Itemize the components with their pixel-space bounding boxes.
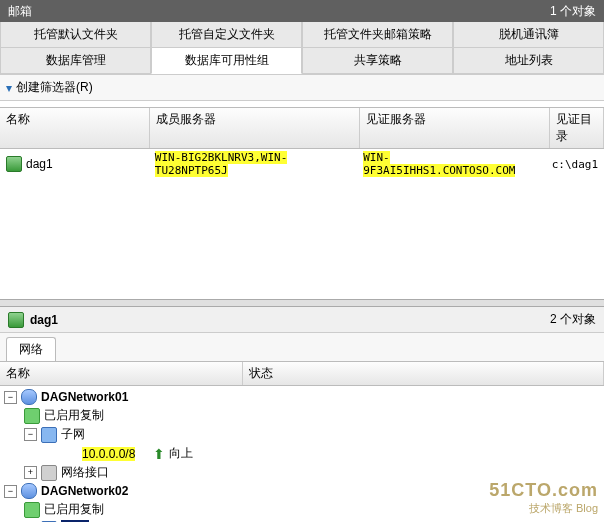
node-label: 子网 bbox=[61, 426, 85, 443]
list-header: 名称 成员服务器 见证服务器 见证目录 bbox=[0, 107, 604, 149]
ribbon: 托管默认文件夹 托管自定义文件夹 托管文件夹邮箱策略 脱机通讯簿 数据库管理 数… bbox=[0, 22, 604, 75]
tree-col-name[interactable]: 名称 bbox=[0, 362, 243, 385]
tree-node-replication-enabled[interactable]: 已启用复制 bbox=[4, 406, 600, 425]
object-count-detail: 2 个对象 bbox=[550, 311, 596, 328]
tree-node-interfaces[interactable]: + 网络接口 bbox=[4, 463, 600, 482]
filter-bar: ▾ 创建筛选器(R) bbox=[0, 75, 604, 101]
dag-name-cell: dag1 bbox=[26, 157, 53, 171]
tree-node-dagnetwork01[interactable]: − DAGNetwork01 bbox=[4, 388, 600, 406]
ribbon-sharing-policies[interactable]: 共享策略 bbox=[302, 48, 453, 74]
enabled-icon bbox=[24, 502, 40, 518]
create-filter-link[interactable]: 创建筛选器(R) bbox=[16, 79, 93, 96]
tree-col-status[interactable]: 状态 bbox=[243, 362, 604, 385]
node-label: 网络接口 bbox=[61, 464, 109, 481]
ribbon-address-lists[interactable]: 地址列表 bbox=[453, 48, 604, 74]
title-text: 邮箱 bbox=[8, 0, 32, 22]
arrow-up-icon: ⬆ bbox=[153, 448, 165, 460]
collapse-icon[interactable]: − bbox=[4, 485, 17, 498]
tab-strip: 网络 bbox=[0, 333, 604, 362]
enabled-icon bbox=[24, 408, 40, 424]
interface-icon bbox=[41, 465, 57, 481]
network-tree[interactable]: − DAGNetwork01 已启用复制 − 子网 10.0.0.0/8 ⬆ 向… bbox=[0, 386, 604, 522]
tree-node-subnet[interactable]: − 子网 bbox=[4, 425, 600, 444]
dag-member-cell: WIN-BIG2BKLNRV3,WIN-TU28NPTP65J bbox=[155, 151, 287, 177]
network-icon bbox=[21, 483, 37, 499]
object-count-top: 1 个对象 bbox=[550, 0, 596, 22]
dag-list[interactable]: dag1 WIN-BIG2BKLNRV3,WIN-TU28NPTP65J WIN… bbox=[0, 149, 604, 299]
status-up: 向上 bbox=[169, 445, 193, 462]
col-header-member[interactable]: 成员服务器 bbox=[150, 108, 360, 148]
ribbon-offline-address-book[interactable]: 脱机通讯簿 bbox=[453, 22, 604, 48]
ribbon-managed-folder-mailbox-policies[interactable]: 托管文件夹邮箱策略 bbox=[302, 22, 453, 48]
node-label: 已启用复制 bbox=[44, 407, 104, 424]
dag-witness-cell: WIN-9F3AI5IHHS1.CONTOSO.COM bbox=[363, 151, 515, 177]
tree-node-subnet-ip[interactable]: 10.0.0.0/8 ⬆ 向上 bbox=[4, 444, 600, 463]
splitter[interactable] bbox=[0, 299, 604, 307]
title-bar: 邮箱 1 个对象 bbox=[0, 0, 604, 22]
network-icon bbox=[21, 389, 37, 405]
dag-icon bbox=[8, 312, 24, 328]
node-label: 已启用复制 bbox=[44, 501, 104, 518]
node-label: DAGNetwork02 bbox=[41, 484, 128, 498]
tab-network[interactable]: 网络 bbox=[6, 337, 56, 361]
dag-row[interactable]: dag1 WIN-BIG2BKLNRV3,WIN-TU28NPTP65J WIN… bbox=[0, 149, 604, 179]
col-header-witness-dir[interactable]: 见证目录 bbox=[550, 108, 604, 148]
ribbon-managed-default-folders[interactable]: 托管默认文件夹 bbox=[0, 22, 151, 48]
ribbon-dag[interactable]: 数据库可用性组 bbox=[151, 48, 302, 74]
tree-header: 名称 状态 bbox=[0, 362, 604, 386]
dag-icon bbox=[6, 156, 22, 172]
node-label: DAGNetwork01 bbox=[41, 390, 128, 404]
expand-icon[interactable]: + bbox=[24, 466, 37, 479]
funnel-icon: ▾ bbox=[6, 81, 12, 95]
collapse-icon[interactable]: − bbox=[4, 391, 17, 404]
col-header-name[interactable]: 名称 bbox=[0, 108, 150, 148]
detail-title-text: dag1 bbox=[30, 313, 58, 327]
dag-witnessdir-cell: c:\dag1 bbox=[546, 157, 604, 172]
col-header-witness[interactable]: 见证服务器 bbox=[360, 108, 550, 148]
subnet-ip: 10.0.0.0/8 bbox=[82, 447, 135, 461]
collapse-icon[interactable]: − bbox=[24, 428, 37, 441]
subnet-icon bbox=[41, 427, 57, 443]
ribbon-managed-custom-folders[interactable]: 托管自定义文件夹 bbox=[151, 22, 302, 48]
tree-node-replication-enabled[interactable]: 已启用复制 bbox=[4, 500, 600, 519]
tree-node-dagnetwork02[interactable]: − DAGNetwork02 bbox=[4, 482, 600, 500]
ribbon-database-management[interactable]: 数据库管理 bbox=[0, 48, 151, 74]
detail-header: dag1 2 个对象 bbox=[0, 307, 604, 333]
